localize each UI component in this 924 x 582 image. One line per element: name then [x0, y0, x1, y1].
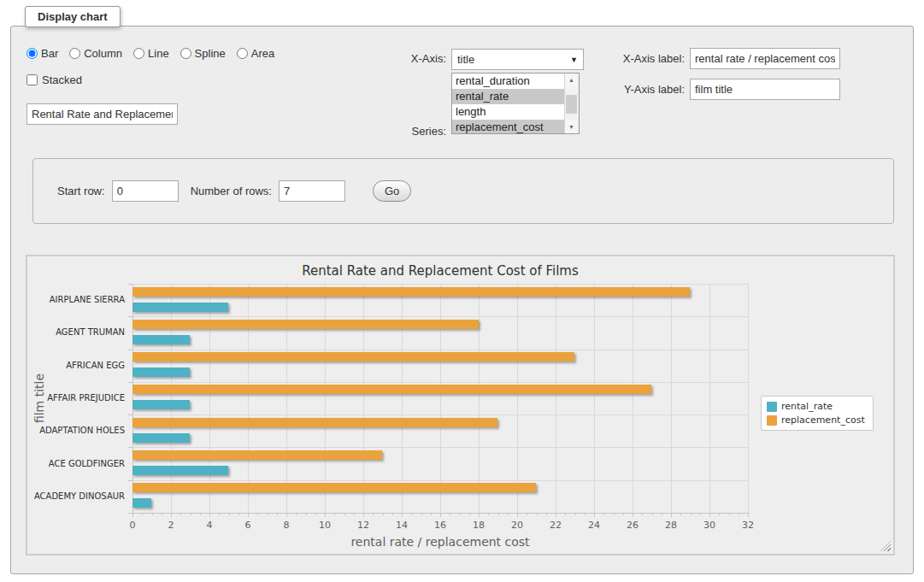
- y-axis-tick: [128, 447, 132, 448]
- horizontal-gridline: [132, 480, 748, 481]
- x-axis-selected-value: title: [457, 53, 474, 66]
- series-option-length[interactable]: length: [452, 104, 565, 120]
- x-tick-label: 26: [620, 520, 645, 531]
- chart-container: Rental Rate and Replacement Cost of Film…: [26, 255, 895, 556]
- x-tick-label: 0: [120, 520, 145, 531]
- column-radio[interactable]: [69, 48, 80, 59]
- number-of-rows-input[interactable]: [279, 180, 345, 202]
- bar-replacement_cost[interactable]: [132, 320, 479, 329]
- chart-type-option-label: Bar: [41, 47, 58, 60]
- category-label: ACADEMY DINOSAUR: [27, 491, 125, 501]
- series-option-replacement_cost[interactable]: replacement_cost: [452, 120, 565, 134]
- chart-legend: rental_ratereplacement_cost: [761, 396, 874, 431]
- number-of-rows-label: Number of rows:: [191, 185, 272, 197]
- series-select-label: Series:: [352, 125, 446, 138]
- category-label: ACE GOLDFINGER: [27, 459, 125, 468]
- bar-rental_rate[interactable]: [132, 335, 190, 344]
- vertical-gridline: [479, 284, 480, 513]
- y-axis-tick: [128, 480, 132, 481]
- bar-rental_rate[interactable]: [132, 303, 228, 312]
- x-tick-label: 30: [697, 520, 722, 531]
- x-axis-label-input[interactable]: [690, 48, 840, 69]
- bar-rental_rate[interactable]: [132, 367, 190, 377]
- vertical-gridline: [132, 284, 133, 513]
- bar-rental_rate[interactable]: [132, 400, 190, 409]
- vertical-gridline: [171, 284, 172, 513]
- bar-replacement_cost[interactable]: [132, 287, 690, 297]
- chart-title-input[interactable]: [26, 103, 178, 125]
- legend-label: replacement_cost: [781, 414, 865, 426]
- chart-type-option-label: Spline: [195, 47, 226, 60]
- x-tick-label: 10: [312, 520, 338, 531]
- stacked-label: Stacked: [42, 73, 82, 86]
- series-option-rental_duration[interactable]: rental_duration: [452, 73, 565, 89]
- horizontal-gridline: [132, 316, 748, 317]
- area-radio[interactable]: [237, 48, 248, 59]
- spline-radio[interactable]: [180, 48, 191, 59]
- bar-replacement_cost[interactable]: [132, 385, 651, 394]
- chart-type-option-label: Line: [148, 47, 169, 60]
- x-axis-select[interactable]: title ▼: [451, 49, 584, 70]
- scroll-up-icon[interactable]: ▲: [565, 73, 578, 86]
- bar-replacement_cost[interactable]: [132, 352, 574, 362]
- chart-type-option-label: Column: [84, 47, 122, 60]
- y-axis-tick: [128, 414, 132, 415]
- y-axis-tick: [128, 513, 132, 514]
- scrollbar-thumb[interactable]: [566, 95, 577, 114]
- y-axis-label-field-label: Y-Axis label:: [591, 83, 685, 96]
- panel-legend: Display chart: [25, 6, 121, 27]
- chart-type-option-spline: Spline: [180, 47, 226, 60]
- x-tick-label: 14: [389, 520, 415, 531]
- y-axis-tick: [128, 284, 132, 285]
- category-label: ADAPTATION HOLES: [27, 426, 125, 435]
- bar-replacement_cost[interactable]: [132, 418, 497, 427]
- x-tick-label: 2: [158, 520, 184, 531]
- x-tick-label: 16: [427, 520, 453, 531]
- start-row-input[interactable]: [112, 180, 179, 202]
- series-multiselect[interactable]: rental_durationrental_ratelengthreplacem…: [451, 73, 580, 134]
- bar-radio[interactable]: [26, 48, 38, 59]
- legend-item-replacement_cost[interactable]: replacement_cost: [767, 414, 865, 426]
- bar-rental_rate[interactable]: [132, 466, 228, 475]
- line-radio[interactable]: [133, 48, 144, 59]
- vertical-gridline: [209, 284, 210, 513]
- horizontal-gridline: [132, 350, 748, 350]
- x-tick-label: 28: [658, 520, 684, 531]
- category-label: AIRPLANE SIERRA: [27, 295, 125, 304]
- category-label: AFRICAN EGG: [27, 361, 125, 370]
- bar-rental_rate[interactable]: [132, 498, 151, 508]
- x-tick-label: 22: [543, 520, 568, 531]
- series-scrollbar[interactable]: ▲ ▼: [564, 73, 579, 133]
- vertical-gridline: [363, 284, 364, 513]
- x-tick-label: 4: [197, 520, 222, 531]
- series-option-rental_rate[interactable]: rental_rate: [452, 89, 565, 104]
- display-chart-panel: Display chart BarColumnLineSplineArea St…: [10, 26, 914, 574]
- bar-replacement_cost[interactable]: [132, 450, 382, 460]
- x-tick-label: 12: [350, 520, 376, 531]
- legend-swatch: [767, 415, 777, 426]
- bar-replacement_cost[interactable]: [132, 483, 536, 492]
- chart-type-option-area: Area: [237, 47, 274, 60]
- chart-title: Rental Rate and Replacement Cost of Film…: [132, 263, 748, 279]
- chart-type-option-line: Line: [133, 47, 169, 60]
- bar-rental_rate[interactable]: [132, 433, 190, 443]
- scroll-down-icon[interactable]: ▼: [565, 121, 578, 133]
- chart-resize-handle[interactable]: [880, 541, 891, 551]
- legend-swatch: [767, 402, 777, 412]
- stacked-checkbox[interactable]: [26, 74, 38, 85]
- go-button[interactable]: Go: [373, 180, 411, 202]
- y-axis-label-input[interactable]: [690, 79, 840, 100]
- category-label: AGENT TRUMAN: [27, 327, 125, 337]
- vertical-gridline: [248, 284, 249, 513]
- vertical-gridline: [594, 284, 595, 513]
- x-axis-select-label: X-Axis:: [352, 52, 446, 65]
- x-tick-label: 6: [235, 520, 261, 531]
- chart-type-option-bar: Bar: [26, 47, 58, 60]
- x-tick-label: 32: [735, 520, 761, 531]
- x-tick-label: 8: [274, 520, 299, 531]
- horizontal-gridline: [132, 382, 748, 383]
- x-tick-label: 24: [581, 520, 607, 531]
- legend-item-rental_rate[interactable]: rental_rate: [767, 401, 865, 412]
- x-axis-label-field-label: X-Axis label:: [591, 52, 685, 65]
- vertical-gridline: [709, 284, 710, 513]
